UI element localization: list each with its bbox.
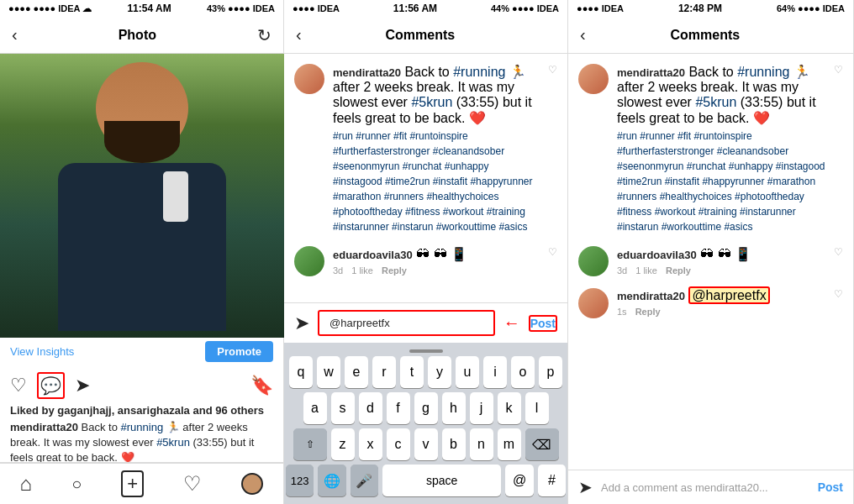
key-t[interactable]: t: [400, 356, 424, 388]
likes-count: Liked by gaganjhajj, ansarighazala and 9…: [10, 404, 273, 417]
search-nav-icon[interactable]: ○: [71, 475, 82, 494]
caption: mendiratta20 Back to #running 🏃 after 2 …: [10, 420, 273, 462]
share-icon[interactable]: ➤: [75, 375, 90, 396]
comment-body-1: mendiratta20 Back to #running 🏃 after 2 …: [333, 64, 540, 234]
key-z[interactable]: z: [331, 428, 355, 460]
key-a[interactable]: a: [303, 392, 327, 424]
key-hash[interactable]: #: [538, 465, 566, 496]
profile-avatar-nav[interactable]: [241, 473, 263, 495]
key-b[interactable]: b: [442, 428, 466, 460]
ch1: #running: [453, 65, 505, 79]
key-num[interactable]: 123: [286, 465, 314, 496]
key-at[interactable]: @: [505, 465, 533, 496]
home-icon[interactable]: ⌂: [20, 472, 33, 496]
key-h[interactable]: h: [442, 392, 466, 424]
comment-heart-1[interactable]: ♡: [548, 64, 557, 234]
post-button-2[interactable]: Post: [529, 315, 557, 332]
key-c[interactable]: c: [387, 428, 410, 460]
photo-person: [0, 54, 284, 338]
comment-avatar-p3-1: [578, 64, 609, 94]
comment-heart-p3-3[interactable]: ♡: [834, 288, 843, 318]
battery-1: 43% ●●●● IDEA: [207, 3, 275, 13]
signal-dots-1: ●●●●: [8, 3, 31, 13]
send-icon-p3[interactable]: ➤: [578, 477, 593, 497]
status-left-3: ●●●● IDEA: [577, 3, 624, 13]
comment-icon[interactable]: 💬: [37, 372, 65, 399]
comment-body-p3-2: eduardoavila30 🕶 🕶 📱 3d 1 like Reply: [617, 246, 825, 276]
caption-text: Back to: [82, 421, 121, 433]
key-y[interactable]: y: [428, 356, 451, 388]
key-s[interactable]: s: [331, 392, 355, 424]
keyboard-row-3: ⇧ z x c v b n m ⌫: [286, 428, 566, 460]
key-q[interactable]: q: [289, 356, 313, 388]
add-comment-placeholder[interactable]: Add a comment as mendiratta20...: [601, 481, 809, 494]
key-o[interactable]: o: [511, 356, 535, 388]
send-icon[interactable]: ➤: [294, 312, 309, 334]
key-g[interactable]: g: [414, 392, 438, 424]
key-w[interactable]: w: [317, 356, 340, 388]
key-space[interactable]: space: [382, 465, 502, 496]
photo-container: [0, 54, 284, 338]
comment-reply-2[interactable]: Reply: [382, 265, 407, 276]
like-icon[interactable]: ♡: [10, 375, 27, 396]
key-u[interactable]: u: [456, 356, 479, 388]
back-icon-3[interactable]: ‹: [580, 25, 586, 45]
comment-username-1: mendiratta20: [333, 66, 401, 79]
back-icon-1[interactable]: ‹: [12, 25, 18, 45]
comment-time-2: 3d: [333, 265, 343, 276]
key-delete[interactable]: ⌫: [525, 428, 559, 460]
comment-item-p3-2: eduardoavila30 🕶 🕶 📱 3d 1 like Reply ♡: [578, 246, 843, 276]
comment-heart-p3-1[interactable]: ♡: [834, 64, 843, 234]
heart-nav-icon[interactable]: ♡: [183, 472, 202, 496]
key-v[interactable]: v: [414, 428, 438, 460]
add-nav-icon[interactable]: +: [121, 470, 144, 497]
post-content: Liked by gaganjhajj, ansarighazala and 9…: [0, 404, 283, 462]
nav-title-1: Photo: [119, 28, 156, 43]
nav-title-2: Comments: [385, 28, 455, 43]
key-x[interactable]: x: [359, 428, 382, 460]
caption-username: mendiratta20: [10, 421, 78, 433]
bookmark-icon[interactable]: 🔖: [250, 375, 273, 396]
comment-avatar-2: [294, 246, 324, 276]
hashtag-5krun: #5krun: [156, 436, 190, 449]
key-d[interactable]: d: [359, 392, 382, 424]
comment-time-p3-2: 3d: [617, 265, 627, 276]
key-n[interactable]: n: [470, 428, 493, 460]
key-shift[interactable]: ⇧: [293, 428, 327, 460]
key-m[interactable]: m: [498, 428, 521, 460]
key-l[interactable]: l: [525, 392, 549, 424]
nav-bar-2: ‹ Comments: [284, 17, 567, 54]
refresh-icon[interactable]: ↻: [257, 25, 271, 45]
comment-reply-p3-3[interactable]: Reply: [635, 307, 661, 317]
comment-avatar-p3-3: [578, 288, 609, 318]
comment-reply-p3-2[interactable]: Reply: [666, 265, 691, 276]
key-i[interactable]: i: [483, 356, 507, 388]
post-button-p3[interactable]: Post: [818, 480, 843, 494]
key-mic[interactable]: 🎤: [351, 465, 378, 496]
key-j[interactable]: j: [470, 392, 493, 424]
ch2: #5krun: [411, 95, 452, 109]
back-icon-2[interactable]: ‹: [296, 25, 302, 45]
key-e[interactable]: e: [345, 356, 368, 388]
view-insights-link[interactable]: View Insights: [10, 345, 74, 358]
comment-meta-p3-2: 3d 1 like Reply: [617, 265, 825, 276]
ct-p3-1: Back to: [688, 65, 737, 79]
comment-body-p3-3: mendiratta20 @harpreetfx 1s Reply: [617, 288, 825, 318]
comment-input[interactable]: [318, 310, 495, 336]
comments-list-3: mendiratta20 Back to #running 🏃 after 2 …: [568, 54, 853, 470]
comment-heart-p3-2[interactable]: ♡: [834, 246, 843, 276]
comment-item-p3-1: mendiratta20 Back to #running 🏃 after 2 …: [578, 64, 843, 234]
key-emoji[interactable]: 🌐: [318, 465, 345, 496]
key-k[interactable]: k: [498, 392, 521, 424]
comment-heart-2[interactable]: ♡: [548, 246, 557, 276]
arrow-indicator: ←: [503, 313, 520, 333]
promote-button[interactable]: Promote: [205, 341, 273, 362]
hashtag-running: #running: [121, 421, 164, 433]
post-actions-left: ♡ 💬 ➤: [10, 372, 90, 399]
key-r[interactable]: r: [372, 356, 396, 388]
key-p[interactable]: p: [539, 356, 562, 388]
comment-item-p3-3: mendiratta20 @harpreetfx 1s Reply ♡: [578, 288, 843, 318]
keyboard-row-4: 123 🌐 🎤 space @ #: [286, 465, 566, 496]
panel-photo: ●●●● ●●●● IDEA ☁ 11:54 AM 43% ●●●● IDEA …: [0, 0, 284, 504]
key-f[interactable]: f: [387, 392, 410, 424]
